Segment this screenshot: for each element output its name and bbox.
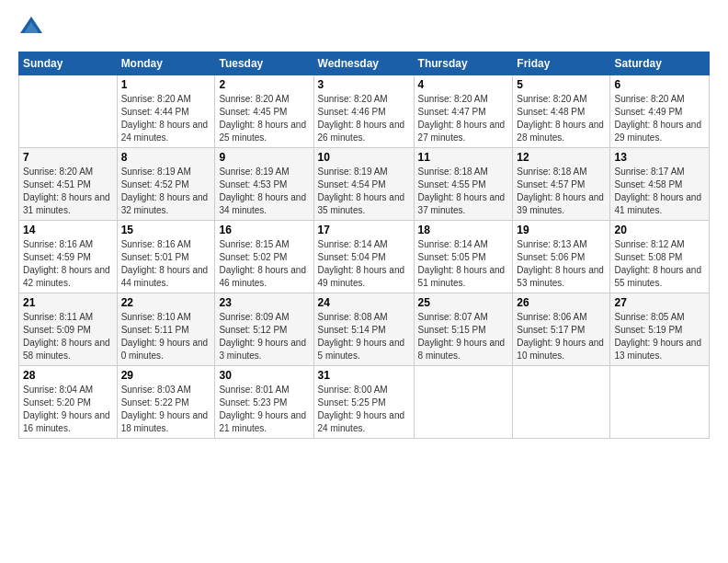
day-info: Sunrise: 8:14 AMSunset: 5:04 PMDaylight:… bbox=[318, 238, 410, 290]
day-number: 30 bbox=[219, 369, 309, 382]
day-number: 15 bbox=[121, 224, 211, 236]
day-number: 4 bbox=[418, 78, 509, 91]
calendar-cell: 19Sunrise: 8:13 AMSunset: 5:06 PMDayligh… bbox=[513, 221, 610, 293]
day-number: 16 bbox=[219, 224, 309, 236]
day-info: Sunrise: 8:19 AMSunset: 4:53 PMDaylight:… bbox=[219, 166, 309, 217]
day-info: Sunrise: 8:16 AMSunset: 5:01 PMDaylight:… bbox=[121, 238, 211, 290]
day-info: Sunrise: 8:06 AMSunset: 5:17 PMDaylight:… bbox=[517, 311, 606, 362]
calendar-cell: 28Sunrise: 8:04 AMSunset: 5:20 PMDayligh… bbox=[19, 366, 118, 439]
day-number: 11 bbox=[418, 151, 509, 164]
calendar-cell: 2Sunrise: 8:20 AMSunset: 4:45 PMDaylight… bbox=[215, 75, 313, 148]
calendar-cell: 29Sunrise: 8:03 AMSunset: 5:22 PMDayligh… bbox=[117, 366, 215, 439]
calendar-cell: 17Sunrise: 8:14 AMSunset: 5:04 PMDayligh… bbox=[313, 221, 414, 293]
calendar-cell bbox=[414, 366, 513, 439]
day-number: 3 bbox=[318, 78, 410, 91]
logo-icon bbox=[18, 15, 44, 40]
day-info: Sunrise: 8:20 AMSunset: 4:46 PMDaylight:… bbox=[318, 93, 410, 144]
calendar-cell: 30Sunrise: 8:01 AMSunset: 5:23 PMDayligh… bbox=[215, 366, 313, 439]
calendar-cell: 15Sunrise: 8:16 AMSunset: 5:01 PMDayligh… bbox=[117, 221, 215, 293]
day-number: 19 bbox=[517, 224, 606, 236]
calendar-table: SundayMondayTuesdayWednesdayThursdayFrid… bbox=[18, 52, 710, 439]
day-header: Monday bbox=[117, 52, 215, 75]
day-info: Sunrise: 8:18 AMSunset: 4:55 PMDaylight:… bbox=[418, 166, 509, 217]
day-number: 7 bbox=[23, 151, 113, 164]
day-info: Sunrise: 8:00 AMSunset: 5:25 PMDaylight:… bbox=[318, 384, 410, 435]
calendar-cell: 20Sunrise: 8:12 AMSunset: 5:08 PMDayligh… bbox=[610, 221, 710, 293]
calendar-cell: 21Sunrise: 8:11 AMSunset: 5:09 PMDayligh… bbox=[19, 293, 118, 366]
calendar-cell: 25Sunrise: 8:07 AMSunset: 5:15 PMDayligh… bbox=[414, 293, 513, 366]
calendar-cell: 10Sunrise: 8:19 AMSunset: 4:54 PMDayligh… bbox=[313, 148, 414, 221]
calendar-cell: 11Sunrise: 8:18 AMSunset: 4:55 PMDayligh… bbox=[414, 148, 513, 221]
calendar-cell: 8Sunrise: 8:19 AMSunset: 4:52 PMDaylight… bbox=[117, 148, 215, 221]
calendar-week-row: 14Sunrise: 8:16 AMSunset: 4:59 PMDayligh… bbox=[19, 221, 710, 293]
day-number: 22 bbox=[121, 296, 211, 309]
day-header: Saturday bbox=[610, 52, 710, 75]
day-number: 13 bbox=[614, 151, 705, 164]
day-info: Sunrise: 8:01 AMSunset: 5:23 PMDaylight:… bbox=[219, 384, 309, 435]
day-info: Sunrise: 8:20 AMSunset: 4:49 PMDaylight:… bbox=[614, 93, 705, 144]
calendar-week-row: 28Sunrise: 8:04 AMSunset: 5:20 PMDayligh… bbox=[19, 366, 710, 439]
day-number: 9 bbox=[219, 151, 309, 164]
calendar-cell bbox=[19, 75, 118, 148]
day-info: Sunrise: 8:20 AMSunset: 4:47 PMDaylight:… bbox=[418, 93, 509, 144]
day-info: Sunrise: 8:07 AMSunset: 5:15 PMDaylight:… bbox=[418, 311, 509, 362]
day-info: Sunrise: 8:14 AMSunset: 5:05 PMDaylight:… bbox=[418, 238, 509, 290]
day-info: Sunrise: 8:20 AMSunset: 4:48 PMDaylight:… bbox=[517, 93, 606, 144]
day-number: 23 bbox=[219, 296, 309, 309]
day-number: 27 bbox=[614, 296, 705, 309]
calendar-cell: 22Sunrise: 8:10 AMSunset: 5:11 PMDayligh… bbox=[117, 293, 215, 366]
day-number: 20 bbox=[614, 224, 705, 236]
calendar-cell: 12Sunrise: 8:18 AMSunset: 4:57 PMDayligh… bbox=[513, 148, 610, 221]
day-info: Sunrise: 8:20 AMSunset: 4:45 PMDaylight:… bbox=[219, 93, 309, 144]
day-header: Thursday bbox=[414, 52, 513, 75]
calendar-cell: 26Sunrise: 8:06 AMSunset: 5:17 PMDayligh… bbox=[513, 293, 610, 366]
logo bbox=[18, 15, 48, 40]
calendar-week-row: 1Sunrise: 8:20 AMSunset: 4:44 PMDaylight… bbox=[19, 75, 710, 148]
calendar-cell: 23Sunrise: 8:09 AMSunset: 5:12 PMDayligh… bbox=[215, 293, 313, 366]
day-header: Sunday bbox=[19, 52, 118, 75]
calendar-header-row: SundayMondayTuesdayWednesdayThursdayFrid… bbox=[19, 52, 710, 75]
calendar-cell: 16Sunrise: 8:15 AMSunset: 5:02 PMDayligh… bbox=[215, 221, 313, 293]
day-info: Sunrise: 8:13 AMSunset: 5:06 PMDaylight:… bbox=[517, 238, 606, 290]
day-number: 17 bbox=[318, 224, 410, 236]
day-info: Sunrise: 8:16 AMSunset: 4:59 PMDaylight:… bbox=[23, 238, 113, 290]
day-number: 1 bbox=[121, 78, 211, 91]
day-number: 6 bbox=[614, 78, 705, 91]
calendar-cell: 18Sunrise: 8:14 AMSunset: 5:05 PMDayligh… bbox=[414, 221, 513, 293]
day-info: Sunrise: 8:20 AMSunset: 4:51 PMDaylight:… bbox=[23, 166, 113, 217]
calendar-cell: 31Sunrise: 8:00 AMSunset: 5:25 PMDayligh… bbox=[313, 366, 414, 439]
day-number: 2 bbox=[219, 78, 309, 91]
day-info: Sunrise: 8:15 AMSunset: 5:02 PMDaylight:… bbox=[219, 238, 309, 290]
calendar-week-row: 7Sunrise: 8:20 AMSunset: 4:51 PMDaylight… bbox=[19, 148, 710, 221]
day-info: Sunrise: 8:03 AMSunset: 5:22 PMDaylight:… bbox=[121, 384, 211, 435]
calendar-cell bbox=[513, 366, 610, 439]
day-header: Friday bbox=[513, 52, 610, 75]
day-info: Sunrise: 8:08 AMSunset: 5:14 PMDaylight:… bbox=[318, 311, 410, 362]
day-info: Sunrise: 8:04 AMSunset: 5:20 PMDaylight:… bbox=[23, 384, 113, 435]
calendar-cell: 27Sunrise: 8:05 AMSunset: 5:19 PMDayligh… bbox=[610, 293, 710, 366]
day-number: 24 bbox=[318, 296, 410, 309]
day-info: Sunrise: 8:10 AMSunset: 5:11 PMDaylight:… bbox=[121, 311, 211, 362]
day-info: Sunrise: 8:19 AMSunset: 4:54 PMDaylight:… bbox=[318, 166, 410, 217]
day-number: 12 bbox=[517, 151, 606, 164]
day-info: Sunrise: 8:11 AMSunset: 5:09 PMDaylight:… bbox=[23, 311, 113, 362]
day-number: 26 bbox=[517, 296, 606, 309]
calendar-cell: 13Sunrise: 8:17 AMSunset: 4:58 PMDayligh… bbox=[610, 148, 710, 221]
calendar-cell: 5Sunrise: 8:20 AMSunset: 4:48 PMDaylight… bbox=[513, 75, 610, 148]
calendar-cell: 7Sunrise: 8:20 AMSunset: 4:51 PMDaylight… bbox=[19, 148, 118, 221]
calendar-cell: 14Sunrise: 8:16 AMSunset: 4:59 PMDayligh… bbox=[19, 221, 118, 293]
day-header: Tuesday bbox=[215, 52, 313, 75]
calendar-cell: 4Sunrise: 8:20 AMSunset: 4:47 PMDaylight… bbox=[414, 75, 513, 148]
day-info: Sunrise: 8:12 AMSunset: 5:08 PMDaylight:… bbox=[614, 238, 705, 290]
calendar-week-row: 21Sunrise: 8:11 AMSunset: 5:09 PMDayligh… bbox=[19, 293, 710, 366]
day-number: 29 bbox=[121, 369, 211, 382]
day-number: 28 bbox=[23, 369, 113, 382]
calendar-cell bbox=[610, 366, 710, 439]
day-header: Wednesday bbox=[313, 52, 414, 75]
day-number: 14 bbox=[23, 224, 113, 236]
day-info: Sunrise: 8:18 AMSunset: 4:57 PMDaylight:… bbox=[517, 166, 606, 217]
day-number: 31 bbox=[318, 369, 410, 382]
calendar-cell: 9Sunrise: 8:19 AMSunset: 4:53 PMDaylight… bbox=[215, 148, 313, 221]
page-container: SundayMondayTuesdayWednesdayThursdayFrid… bbox=[0, 0, 728, 448]
day-number: 8 bbox=[121, 151, 211, 164]
